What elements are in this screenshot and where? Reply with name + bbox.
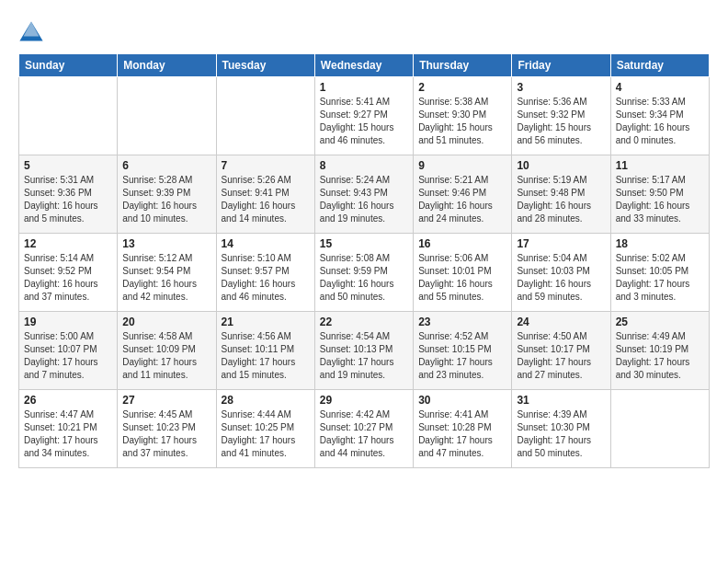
calendar-cell: 28Sunrise: 4:44 AMSunset: 10:25 PMDaylig… [216, 390, 314, 468]
column-header-friday: Friday [512, 54, 610, 77]
day-info: Sunrise: 4:52 AMSunset: 10:15 PMDaylight… [418, 330, 506, 382]
day-info: Sunrise: 5:17 AMSunset: 9:50 PMDaylight:… [616, 174, 704, 225]
column-header-wednesday: Wednesday [314, 54, 413, 77]
calendar-cell: 8Sunrise: 5:24 AMSunset: 9:43 PMDaylight… [314, 155, 413, 234]
calendar-week-5: 26Sunrise: 4:47 AMSunset: 10:21 PMDaylig… [19, 390, 710, 468]
calendar-cell: 3Sunrise: 5:36 AMSunset: 9:32 PMDaylight… [512, 77, 610, 155]
calendar-week-2: 5Sunrise: 5:31 AMSunset: 9:36 PMDaylight… [19, 155, 710, 234]
day-info: Sunrise: 5:08 AMSunset: 9:59 PMDaylight:… [320, 252, 408, 304]
day-number: 3 [517, 81, 605, 94]
day-number: 18 [616, 237, 704, 250]
calendar-cell: 27Sunrise: 4:45 AMSunset: 10:23 PMDaylig… [118, 390, 216, 468]
day-info: Sunrise: 4:44 AMSunset: 10:25 PMDaylight… [222, 408, 310, 460]
calendar-cell [216, 77, 314, 155]
day-info: Sunrise: 5:38 AMSunset: 9:30 PMDaylight:… [418, 96, 506, 147]
calendar-cell: 25Sunrise: 4:49 AMSunset: 10:19 PMDaylig… [610, 312, 709, 390]
calendar-cell: 20Sunrise: 4:58 AMSunset: 10:09 PMDaylig… [118, 312, 216, 390]
day-info: Sunrise: 4:54 AMSunset: 10:13 PMDaylight… [320, 330, 408, 382]
day-info: Sunrise: 5:00 AMSunset: 10:07 PMDaylight… [24, 330, 112, 382]
day-info: Sunrise: 5:14 AMSunset: 9:52 PMDaylight:… [24, 252, 112, 304]
day-info: Sunrise: 5:04 AMSunset: 10:03 PMDaylight… [517, 252, 605, 304]
calendar-cell: 5Sunrise: 5:31 AMSunset: 9:36 PMDaylight… [19, 155, 118, 234]
day-info: Sunrise: 5:28 AMSunset: 9:39 PMDaylight:… [122, 174, 210, 225]
calendar-cell: 18Sunrise: 5:02 AMSunset: 10:05 PMDaylig… [610, 234, 709, 312]
day-info: Sunrise: 4:49 AMSunset: 10:19 PMDaylight… [616, 330, 704, 382]
day-info: Sunrise: 5:24 AMSunset: 9:43 PMDaylight:… [320, 174, 408, 225]
day-number: 4 [616, 81, 704, 94]
calendar-cell [118, 77, 216, 155]
day-info: Sunrise: 5:12 AMSunset: 9:54 PMDaylight:… [122, 252, 210, 304]
day-info: Sunrise: 4:45 AMSunset: 10:23 PMDaylight… [122, 408, 210, 460]
day-info: Sunrise: 5:19 AMSunset: 9:48 PMDaylight:… [517, 174, 605, 225]
calendar-cell: 16Sunrise: 5:06 AMSunset: 10:01 PMDaylig… [414, 234, 512, 312]
day-info: Sunrise: 4:41 AMSunset: 10:28 PMDaylight… [418, 408, 506, 460]
day-number: 12 [24, 237, 112, 250]
calendar-cell [19, 77, 118, 155]
day-info: Sunrise: 4:56 AMSunset: 10:11 PMDaylight… [222, 330, 310, 382]
day-number: 14 [222, 237, 310, 250]
calendar-cell: 1Sunrise: 5:41 AMSunset: 9:27 PMDaylight… [314, 77, 413, 155]
calendar-cell: 24Sunrise: 4:50 AMSunset: 10:17 PMDaylig… [512, 312, 610, 390]
day-number: 6 [122, 159, 210, 172]
logo-icon [18, 18, 44, 44]
day-number: 16 [418, 237, 506, 250]
day-info: Sunrise: 4:47 AMSunset: 10:21 PMDaylight… [24, 408, 112, 460]
day-info: Sunrise: 4:42 AMSunset: 10:27 PMDaylight… [320, 408, 408, 460]
day-number: 8 [320, 159, 408, 172]
day-number: 5 [24, 159, 112, 172]
column-header-tuesday: Tuesday [216, 54, 314, 77]
day-info: Sunrise: 5:02 AMSunset: 10:05 PMDaylight… [616, 252, 704, 304]
calendar-week-3: 12Sunrise: 5:14 AMSunset: 9:52 PMDayligh… [19, 234, 710, 312]
calendar-cell: 21Sunrise: 4:56 AMSunset: 10:11 PMDaylig… [216, 312, 314, 390]
day-info: Sunrise: 4:58 AMSunset: 10:09 PMDaylight… [122, 330, 210, 382]
day-number: 21 [222, 316, 310, 328]
day-info: Sunrise: 4:50 AMSunset: 10:17 PMDaylight… [517, 330, 605, 382]
page-header [18, 18, 710, 44]
day-number: 17 [517, 237, 605, 250]
calendar-cell: 23Sunrise: 4:52 AMSunset: 10:15 PMDaylig… [414, 312, 512, 390]
day-info: Sunrise: 5:21 AMSunset: 9:46 PMDaylight:… [418, 174, 506, 225]
day-number: 13 [122, 237, 210, 250]
calendar-cell: 17Sunrise: 5:04 AMSunset: 10:03 PMDaylig… [512, 234, 610, 312]
day-info: Sunrise: 5:41 AMSunset: 9:27 PMDaylight:… [320, 96, 408, 147]
day-info: Sunrise: 5:26 AMSunset: 9:41 PMDaylight:… [222, 174, 310, 225]
day-number: 10 [517, 159, 605, 172]
svg-marker-1 [24, 22, 40, 37]
day-number: 30 [418, 394, 506, 407]
day-number: 23 [418, 316, 506, 328]
calendar-header-row: SundayMondayTuesdayWednesdayThursdayFrid… [19, 54, 710, 77]
day-info: Sunrise: 5:31 AMSunset: 9:36 PMDaylight:… [24, 174, 112, 225]
day-number: 31 [517, 394, 605, 407]
calendar: SundayMondayTuesdayWednesdayThursdayFrid… [18, 53, 710, 468]
calendar-cell: 9Sunrise: 5:21 AMSunset: 9:46 PMDaylight… [414, 155, 512, 234]
column-header-sunday: Sunday [19, 54, 118, 77]
calendar-week-4: 19Sunrise: 5:00 AMSunset: 10:07 PMDaylig… [19, 312, 710, 390]
day-number: 7 [222, 159, 310, 172]
day-number: 15 [320, 237, 408, 250]
day-number: 2 [418, 81, 506, 94]
day-number: 22 [320, 316, 408, 328]
calendar-cell [610, 390, 709, 468]
day-number: 20 [122, 316, 210, 328]
day-number: 29 [320, 394, 408, 407]
day-info: Sunrise: 5:06 AMSunset: 10:01 PMDaylight… [418, 252, 506, 304]
calendar-cell: 10Sunrise: 5:19 AMSunset: 9:48 PMDayligh… [512, 155, 610, 234]
day-info: Sunrise: 4:39 AMSunset: 10:30 PMDaylight… [517, 408, 605, 460]
day-number: 28 [222, 394, 310, 407]
day-info: Sunrise: 5:36 AMSunset: 9:32 PMDaylight:… [517, 96, 605, 147]
calendar-cell: 13Sunrise: 5:12 AMSunset: 9:54 PMDayligh… [118, 234, 216, 312]
calendar-cell: 19Sunrise: 5:00 AMSunset: 10:07 PMDaylig… [19, 312, 118, 390]
calendar-cell: 2Sunrise: 5:38 AMSunset: 9:30 PMDaylight… [414, 77, 512, 155]
calendar-week-1: 1Sunrise: 5:41 AMSunset: 9:27 PMDaylight… [19, 77, 710, 155]
calendar-cell: 22Sunrise: 4:54 AMSunset: 10:13 PMDaylig… [314, 312, 413, 390]
calendar-cell: 29Sunrise: 4:42 AMSunset: 10:27 PMDaylig… [314, 390, 413, 468]
calendar-cell: 7Sunrise: 5:26 AMSunset: 9:41 PMDaylight… [216, 155, 314, 234]
column-header-thursday: Thursday [414, 54, 512, 77]
day-number: 19 [24, 316, 112, 328]
calendar-cell: 26Sunrise: 4:47 AMSunset: 10:21 PMDaylig… [19, 390, 118, 468]
calendar-cell: 15Sunrise: 5:08 AMSunset: 9:59 PMDayligh… [314, 234, 413, 312]
calendar-cell: 12Sunrise: 5:14 AMSunset: 9:52 PMDayligh… [19, 234, 118, 312]
logo [18, 18, 48, 44]
day-number: 1 [320, 81, 408, 94]
day-number: 26 [24, 394, 112, 407]
